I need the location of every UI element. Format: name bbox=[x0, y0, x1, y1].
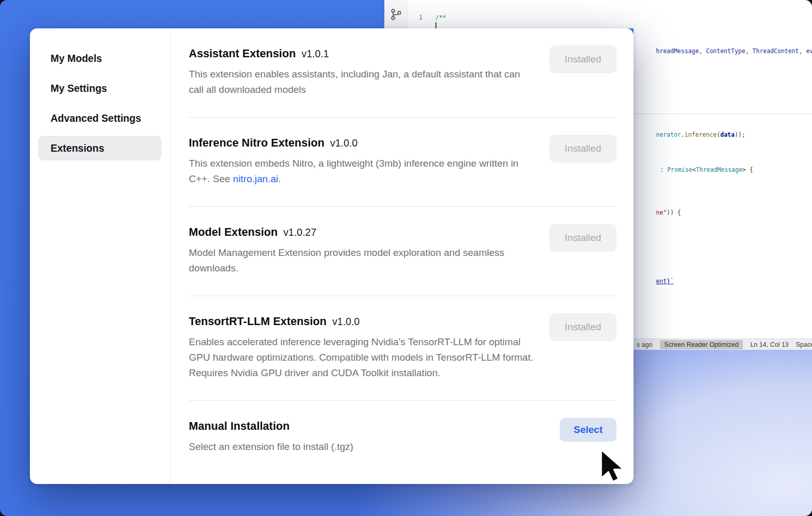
installed-button[interactable]: Installed bbox=[549, 224, 616, 252]
extension-version: v1.0.0 bbox=[330, 137, 358, 149]
code-line-imports: hreadMessage, ContentType, ThreadContent… bbox=[635, 39, 812, 64]
extension-row-inference-nitro: Inference Nitro Extension v1.0.0 This ex… bbox=[189, 118, 616, 207]
code-editor-right[interactable]: hreadMessage, ContentType, ThreadContent… bbox=[634, 28, 812, 350]
code-line-template: ent}` bbox=[635, 269, 674, 294]
sidebar-item-label: Extensions bbox=[51, 142, 104, 154]
installed-button[interactable]: Installed bbox=[549, 313, 616, 341]
extension-description: Enables accelerated inference leveraging… bbox=[189, 334, 535, 381]
sidebar-item-label: My Models bbox=[51, 53, 102, 64]
status-screen-reader-optimized[interactable]: Screen Reader Optimized bbox=[660, 340, 743, 349]
extension-row-tensorrt-llm: TensortRT-LLM Extension v1.0.0 Enables a… bbox=[189, 296, 616, 401]
settings-window: My Models My Settings Advanced Settings … bbox=[30, 28, 634, 484]
extension-version: v1.0.1 bbox=[301, 48, 329, 60]
git-branch-icon[interactable] bbox=[389, 7, 403, 22]
code-editor-top[interactable]: 1 2 3 4 /** * The entrypoint for the plu… bbox=[384, 0, 812, 28]
sidebar-item-label: Advanced Settings bbox=[51, 112, 141, 124]
extension-name: Model Extension bbox=[189, 226, 278, 239]
desktop: 1 2 3 4 /** * The entrypoint for the plu… bbox=[0, 0, 812, 516]
extension-row-model: Model Extension v1.0.27 Model Management… bbox=[189, 207, 616, 296]
installed-button[interactable]: Installed bbox=[549, 45, 616, 73]
status-indentation[interactable]: Spaces: 2 bbox=[796, 341, 812, 348]
editor-activity-bar bbox=[384, 0, 408, 28]
editor-status-bar: s ago Screen Reader Optimized Ln 14, Col… bbox=[634, 338, 812, 350]
code-line-promise: : Promise<ThreadMessage> { bbox=[639, 157, 753, 183]
manual-installation-description: Select an extension file to install (.tg… bbox=[189, 439, 353, 455]
extension-version: v1.0.0 bbox=[332, 316, 360, 328]
extension-name: Inference Nitro Extension bbox=[189, 137, 324, 150]
code-line-condition: ne")) { bbox=[635, 200, 681, 225]
extensions-panel: Assistant Extension v1.0.1 This extensio… bbox=[170, 28, 634, 484]
sidebar-item-extensions[interactable]: Extensions bbox=[38, 136, 161, 160]
status-cursor-position[interactable]: Ln 14, Col 13 bbox=[750, 341, 788, 348]
manual-installation-row: Manual Installation Select an extension … bbox=[189, 401, 616, 469]
extension-name: TensortRT-LLM Extension bbox=[189, 315, 327, 328]
select-file-button[interactable]: Select bbox=[560, 418, 616, 442]
extension-description: Model Management Extension provides mode… bbox=[189, 245, 535, 276]
editor-split-divider bbox=[634, 114, 812, 114]
sidebar-item-my-settings[interactable]: My Settings bbox=[38, 76, 161, 101]
sidebar-item-advanced-settings[interactable]: Advanced Settings bbox=[38, 106, 161, 131]
extension-description: This extension enables assistants, inclu… bbox=[189, 67, 535, 98]
sidebar-item-my-models[interactable]: My Models bbox=[38, 46, 161, 71]
extension-description: This extension embeds Nitro, a lightweig… bbox=[189, 156, 535, 187]
installed-button[interactable]: Installed bbox=[549, 135, 616, 163]
nitro-jan-ai-link[interactable]: nitro.jan.ai bbox=[233, 173, 279, 184]
extension-row-assistant: Assistant Extension v1.0.1 This extensio… bbox=[189, 28, 616, 118]
sidebar-item-label: My Settings bbox=[51, 83, 107, 94]
status-saved-ago: s ago bbox=[637, 341, 653, 348]
settings-sidebar: My Models My Settings Advanced Settings … bbox=[30, 28, 170, 484]
code-line-inference: nerator.inference(data)); bbox=[635, 122, 745, 148]
manual-installation-title: Manual Installation bbox=[189, 420, 289, 433]
extension-name: Assistant Extension bbox=[189, 47, 296, 60]
extension-version: v1.0.27 bbox=[283, 227, 316, 238]
